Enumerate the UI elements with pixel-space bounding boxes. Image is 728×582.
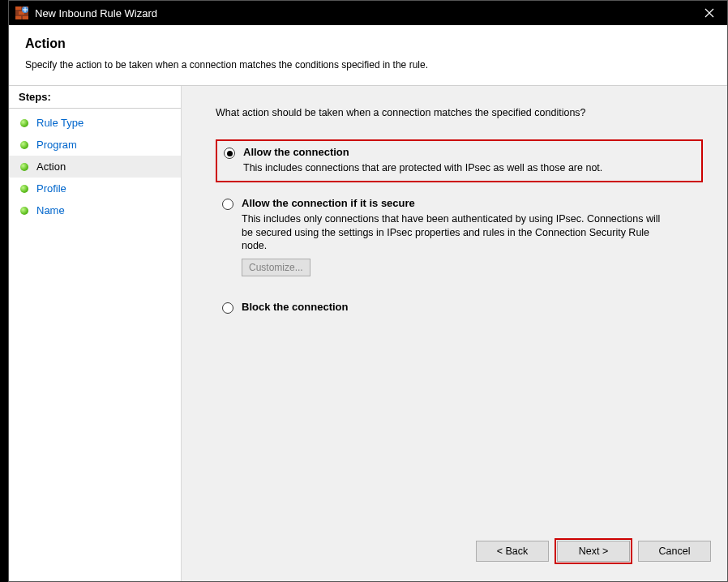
bullet-icon	[20, 141, 28, 149]
option-title: Allow the connection if it is secure	[242, 197, 696, 209]
option-title: Allow the connection	[243, 146, 695, 158]
dialog-buttons: < Back Next > Cancel	[182, 541, 727, 581]
main-panel: What action should be taken when a conne…	[182, 86, 727, 581]
step-label: Name	[36, 204, 65, 216]
step-label: Profile	[36, 182, 66, 195]
page-title: Action	[25, 36, 711, 51]
bullet-icon	[20, 119, 28, 127]
steps-header: Steps:	[9, 86, 181, 109]
main-content: What action should be taken when a conne…	[182, 86, 727, 541]
cancel-button[interactable]: Cancel	[638, 541, 711, 562]
option-desc: This includes connections that are prote…	[243, 161, 665, 174]
step-action[interactable]: Action	[9, 156, 181, 178]
page-subtitle: Specify the action to be taken when a co…	[25, 59, 711, 71]
step-label: Action	[36, 160, 66, 173]
option-allow[interactable]: Allow the connection This includes conne…	[216, 139, 703, 182]
option-block[interactable]: Block the connection	[216, 296, 703, 323]
step-label: Rule Type	[36, 117, 84, 129]
close-button[interactable]	[691, 1, 727, 25]
radio-allow[interactable]	[224, 148, 235, 159]
svg-rect-4	[15, 16, 21, 19]
step-label: Program	[36, 139, 77, 151]
steps-list: Rule Type Program Action Profile	[9, 109, 181, 221]
step-profile[interactable]: Profile	[9, 178, 181, 199]
next-button[interactable]: Next >	[557, 541, 630, 562]
step-name[interactable]: Name	[9, 199, 181, 221]
bullet-icon	[20, 163, 28, 171]
step-rule-type[interactable]: Rule Type	[9, 112, 181, 134]
prompt-text: What action should be taken when a conne…	[216, 107, 703, 118]
radio-allow-secure[interactable]	[222, 199, 233, 210]
left-border	[0, 0, 8, 582]
steps-sidebar: Steps: Rule Type Program Action	[9, 86, 182, 581]
back-button[interactable]: < Back	[476, 541, 549, 562]
window-title: New Inbound Rule Wizard	[35, 7, 691, 19]
option-allow-secure[interactable]: Allow the connection if it is secure Thi…	[216, 192, 703, 283]
option-title: Block the connection	[242, 301, 696, 313]
step-program[interactable]: Program	[9, 134, 181, 156]
customize-button: Customize...	[242, 259, 310, 276]
bullet-icon	[20, 185, 28, 193]
radio-block[interactable]	[222, 302, 233, 314]
steps-label: Steps:	[19, 91, 51, 103]
close-icon	[704, 8, 714, 18]
titlebar: New Inbound Rule Wizard	[9, 1, 727, 25]
wizard-header: Action Specify the action to be taken wh…	[9, 25, 727, 86]
firewall-icon	[15, 6, 28, 19]
option-desc: This includes only connections that have…	[242, 212, 663, 252]
bullet-icon	[20, 207, 28, 215]
svg-rect-5	[23, 16, 28, 19]
wizard-window: New Inbound Rule Wizard Action Specify t…	[8, 0, 728, 582]
radio-dot-icon	[227, 151, 233, 156]
svg-rect-1	[15, 6, 21, 10]
